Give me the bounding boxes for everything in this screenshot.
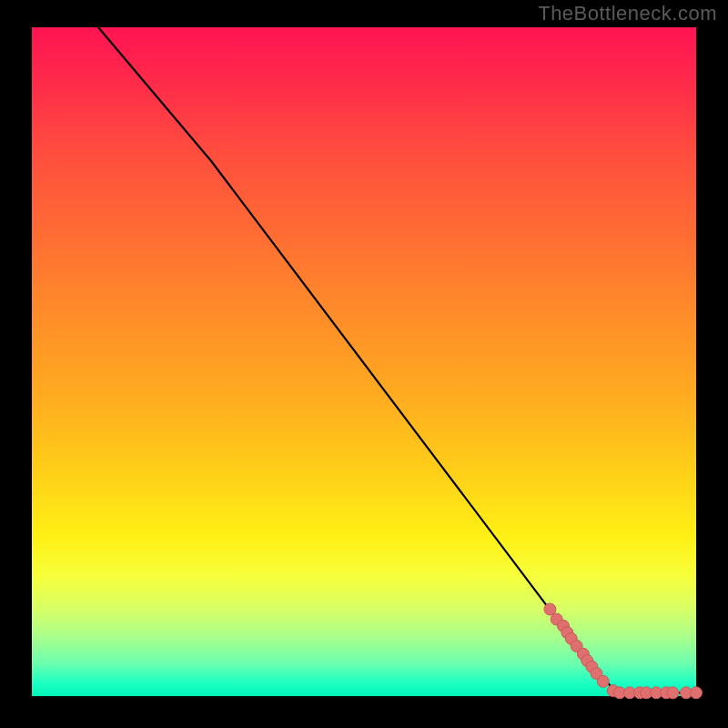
- plot-area: [32, 27, 696, 696]
- line-series: [98, 27, 696, 693]
- chart-svg: [32, 27, 696, 696]
- highlighted-points-group: [544, 603, 703, 699]
- watermark-text: TheBottleneck.com: [538, 2, 717, 25]
- chart-frame: TheBottleneck.com: [0, 0, 728, 728]
- marker-point: [597, 675, 609, 687]
- marker-point: [691, 687, 703, 699]
- marker-point: [544, 603, 556, 615]
- bottleneck-curve-line: [98, 27, 696, 693]
- marker-point: [667, 687, 679, 699]
